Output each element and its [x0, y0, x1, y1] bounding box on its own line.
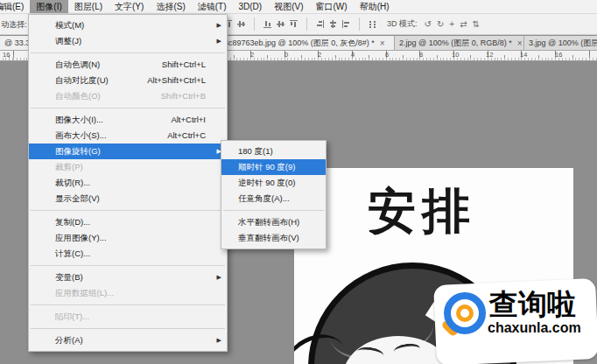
ruler-tick-label: 2: [250, 51, 254, 59]
menu-item-shortcut: Shift+Ctrl+B: [161, 88, 206, 104]
grid-dots-icon[interactable]: [369, 20, 376, 29]
menu-item[interactable]: 计算(C)...: [29, 246, 227, 262]
distribute-bottom-edges-icon[interactable]: [290, 20, 298, 28]
menu-item[interactable]: 陷印(T)...: [29, 309, 227, 325]
menu-item[interactable]: 自动色调(N) Shift+Ctrl+L: [29, 57, 227, 73]
menu-separator: [223, 210, 324, 211]
menu-item[interactable]: 复制(D)...: [29, 214, 227, 230]
magnifier-lens: [456, 304, 474, 322]
menu-item[interactable]: 顺时针 90 度(9): [221, 159, 326, 175]
menu-item-label: 复制(D)...: [55, 214, 90, 230]
menu-item[interactable]: 任意角度(A)...: [221, 191, 326, 206]
document-tab-label: 3.jpg @ 100% (图层: [529, 38, 597, 49]
menu-item[interactable]: 应用数据组(L)...: [29, 285, 227, 301]
menu-item[interactable]: 调整(J) ▶: [29, 33, 227, 49]
menu-item[interactable]: 自动颜色(O) Shift+Ctrl+B: [29, 88, 227, 104]
menu-item[interactable]: 变量(B) ▶: [29, 270, 227, 285]
distribute-right-edges-icon[interactable]: [342, 20, 350, 28]
watermark-domain: chaxunla.com: [488, 320, 581, 336]
auto-select-label: 动选择:: [1, 19, 27, 31]
options-icons-group: 3D 模式:↺↻+⇄⇅: [224, 14, 480, 34]
distribute-horizontal-centers-icon[interactable]: [329, 20, 337, 28]
menu-item-shortcut: Alt+Ctrl+C: [167, 128, 206, 144]
menu-item[interactable]: 模式(M) ▶: [29, 18, 227, 33]
submenu-arrow-icon: ▶: [217, 332, 221, 348]
menu-item[interactable]: 垂直翻转画布(V): [221, 230, 326, 246]
close-icon[interactable]: ×: [517, 38, 523, 48]
menu-item-label: 调整(J): [55, 33, 81, 49]
menu-item[interactable]: 裁切(R)...: [29, 175, 227, 191]
3d-rotate-icon[interactable]: ↺: [425, 20, 432, 29]
menu-item-label: 自动颜色(O): [55, 88, 101, 104]
menu-item[interactable]: 图像旋转(G) ▶: [29, 144, 227, 159]
3d-roll-icon[interactable]: ↻: [437, 20, 444, 29]
submenu-arrow-icon: ▶: [217, 18, 221, 33]
menu-item-label: 应用数据组(L)...: [55, 285, 114, 301]
menu-item-label: 顺时针 90 度(9): [238, 159, 295, 175]
align-vertical-centers-icon[interactable]: [237, 20, 245, 28]
menu-item-label: 陷印(T)...: [55, 309, 89, 325]
menu-item-label: 自动对比度(U): [55, 73, 109, 88]
menu-item[interactable]: 裁剪(P): [29, 159, 227, 175]
menu-item-label: 垂直翻转画布(V): [238, 230, 299, 246]
menubar-item[interactable]: 选择(S): [150, 0, 191, 13]
3d-slide-icon[interactable]: ⇄: [460, 20, 467, 29]
menubar-item[interactable]: 滤镜(T): [192, 0, 233, 13]
menu-item[interactable]: 画布大小(S)... Alt+Ctrl+C: [29, 128, 227, 144]
3d-drag-icon[interactable]: +: [449, 20, 454, 29]
document-tab[interactable]: 2.jpg @ 100% (图层 0, RGB/8) * ×: [395, 36, 524, 50]
menu-item-label: 自动色调(N): [55, 57, 100, 73]
image-menu-dropdown: 模式(M) ▶ 调整(J) ▶ 自动色调(N) Shift+Ctrl+L 自动对…: [28, 14, 228, 352]
menu-separator: [31, 304, 225, 305]
ruler-tick-label: 8: [419, 51, 423, 59]
menu-item[interactable]: 显示全部(V): [29, 191, 227, 206]
ruler-tick-label: 16: [3, 51, 10, 59]
menubar-item[interactable]: 编辑(E): [0, 0, 30, 13]
watermark: 查询啦 chaxunla.com: [435, 282, 597, 362]
distribute-vertical-centers-icon[interactable]: [277, 20, 284, 28]
distribute-top-edges-icon[interactable]: [263, 20, 271, 28]
menubar-item[interactable]: 视图(V): [268, 0, 309, 13]
close-icon[interactable]: ×: [380, 38, 385, 48]
menu-item-label: 裁切(R)...: [55, 175, 90, 191]
menu-item[interactable]: 图像大小(I)... Alt+Ctrl+I: [29, 112, 227, 128]
ruler-tick-label: 10: [452, 51, 459, 59]
menubar-item[interactable]: 图层(L): [68, 0, 109, 13]
menubar-item[interactable]: 帮助(H): [354, 0, 396, 13]
toolbar-divider: [359, 18, 360, 31]
menu-separator: [31, 265, 225, 266]
menu-item-label: 应用图像(Y)...: [55, 230, 107, 246]
menu-item-label: 图像大小(I)...: [55, 112, 103, 128]
menu-item-label: 显示全部(V): [55, 191, 100, 206]
ruler-tick-label: 14: [520, 51, 527, 59]
menu-separator: [31, 108, 225, 108]
menubar-item[interactable]: 窗口(W): [310, 0, 354, 13]
menubar-item[interactable]: 3D(D): [233, 0, 269, 13]
submenu-arrow-icon: ▶: [217, 33, 221, 49]
menu-item[interactable]: 180 度(1): [221, 144, 326, 159]
ruler-tick-label: 16: [555, 51, 562, 59]
menu-item-label: 变量(B): [55, 270, 83, 285]
menu-separator: [31, 210, 225, 211]
menu-separator: [31, 328, 225, 329]
ruler-tick-label: 6: [385, 51, 389, 59]
menubar-item[interactable]: 文字(Y): [109, 0, 150, 13]
meme-caption: 安排: [368, 187, 476, 235]
toolbar-divider: [306, 18, 307, 31]
menu-item[interactable]: 逆时针 90 度(0): [221, 175, 326, 191]
menubar-item[interactable]: 图像(I): [30, 0, 67, 13]
menu-item-label: 180 度(1): [238, 144, 273, 159]
document-tab-label: 3c89763eb.jpg @ 100% (图层 0, 灰色/8#) *: [224, 38, 375, 49]
menu-item-label: 图像旋转(G): [55, 144, 101, 159]
menu-item[interactable]: 水平翻转画布(H): [221, 214, 326, 230]
menu-item[interactable]: 分析(A) ▶: [29, 332, 227, 348]
document-tab[interactable]: 3.jpg @ 100% (图层: [524, 36, 597, 50]
document-tab-label: 2.jpg @ 100% (图层 0, RGB/8) *: [399, 38, 512, 49]
distribute-left-edges-icon[interactable]: [316, 20, 324, 28]
menu-item-label: 模式(M): [55, 18, 84, 33]
ruler-tick-label: 0: [284, 51, 288, 59]
3d-scale-icon[interactable]: ⇅: [473, 20, 480, 29]
menu-item[interactable]: 应用图像(Y)...: [29, 230, 227, 246]
menu-item[interactable]: 自动对比度(U) Alt+Shift+Ctrl+L: [29, 73, 227, 88]
submenu-arrow-icon: ▶: [217, 270, 221, 285]
